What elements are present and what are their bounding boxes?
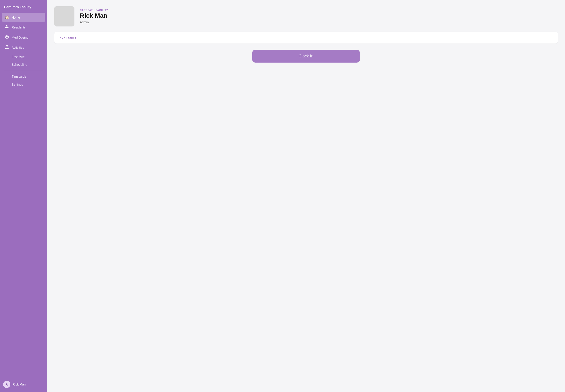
sidebar-item-home-label: Home: [12, 16, 20, 19]
sidebar-item-inventory[interactable]: Inventory: [2, 53, 45, 60]
sidebar-item-timecards[interactable]: Timecards: [2, 73, 45, 80]
sidebar-item-residents[interactable]: Residents: [2, 22, 45, 32]
sidebar: CarePath Facility 🏠 Home Residents: [0, 0, 47, 392]
sidebar-item-timecards-label: Timecards: [12, 75, 26, 78]
sidebar-item-settings[interactable]: Settings: [2, 81, 45, 88]
med-dosing-icon: [4, 35, 9, 40]
sidebar-nav: 🏠 Home Residents: [0, 13, 47, 378]
main-content: CarePath Facility Rick Man Admin NEXT SH…: [47, 0, 565, 392]
home-icon: 🏠: [4, 15, 9, 20]
profile-name: Rick Man: [80, 12, 108, 19]
avatar: R: [3, 381, 10, 388]
sidebar-title: CarePath Facility: [0, 0, 47, 13]
profile-info: CarePath Facility Rick Man Admin: [80, 9, 108, 24]
sidebar-item-activities-label: Activities: [12, 46, 24, 49]
sidebar-item-home[interactable]: 🏠 Home: [2, 13, 45, 22]
profile-facility: CarePath Facility: [80, 9, 108, 12]
residents-icon: [4, 25, 9, 30]
sidebar-item-med-dosing[interactable]: Med Dosing: [2, 32, 45, 42]
sidebar-user-name: Rick Man: [13, 383, 26, 386]
sidebar-item-residents-label: Residents: [12, 26, 26, 29]
activities-icon: [4, 45, 9, 50]
sidebar-divider: [4, 71, 42, 71]
profile-role: Admin: [80, 20, 108, 24]
next-shift-label: NEXT SHIFT: [60, 36, 552, 39]
sidebar-item-activities[interactable]: Activities: [2, 42, 45, 52]
sidebar-item-inventory-label: Inventory: [12, 55, 25, 58]
svg-point-3: [6, 35, 7, 36]
sidebar-item-scheduling-label: Scheduling: [12, 63, 27, 66]
svg-point-6: [7, 46, 7, 47]
clock-in-button[interactable]: Clock In: [252, 50, 360, 63]
sidebar-item-med-dosing-label: Med Dosing: [12, 36, 28, 39]
svg-point-4: [7, 35, 8, 36]
sidebar-item-settings-label: Settings: [12, 83, 23, 86]
sidebar-bottom: R Rick Man: [0, 378, 47, 392]
svg-point-0: [6, 25, 7, 27]
next-shift-card: NEXT SHIFT: [54, 32, 558, 43]
profile-avatar-image: [54, 6, 74, 27]
svg-point-2: [6, 36, 8, 37]
sidebar-item-scheduling[interactable]: Scheduling: [2, 61, 45, 68]
profile-card: CarePath Facility Rick Man Admin: [54, 6, 558, 27]
